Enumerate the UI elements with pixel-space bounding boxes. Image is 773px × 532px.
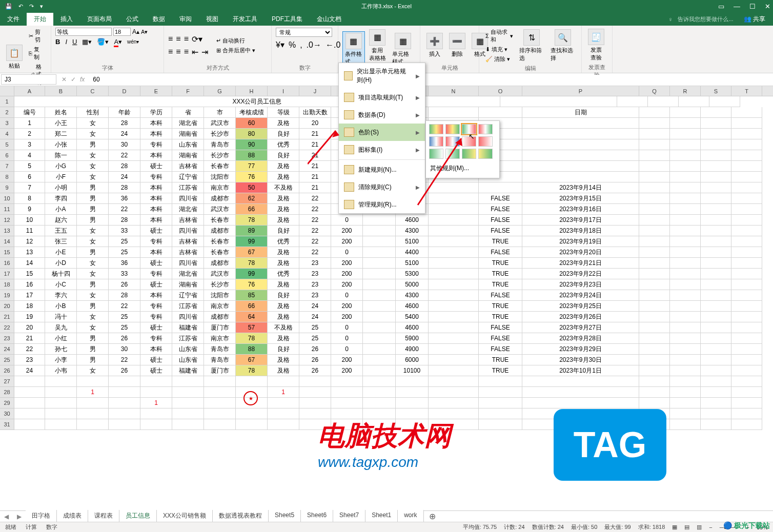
cell[interactable]: 男 bbox=[77, 344, 109, 355]
cell[interactable] bbox=[701, 118, 731, 129]
cell[interactable] bbox=[639, 172, 670, 182]
cell[interactable] bbox=[701, 387, 731, 398]
cell[interactable] bbox=[429, 204, 479, 215]
cell[interactable]: 21 bbox=[299, 161, 331, 172]
font-color-button[interactable]: A▾ bbox=[114, 38, 122, 46]
cell[interactable]: 4600 bbox=[396, 215, 429, 226]
cell[interactable] bbox=[701, 258, 731, 269]
cell[interactable]: 30 bbox=[109, 344, 140, 355]
cell[interactable]: 23 bbox=[299, 279, 331, 290]
cell[interactable]: FALSE bbox=[479, 193, 522, 204]
font-size-combo[interactable] bbox=[113, 28, 131, 36]
cell[interactable]: 本科 bbox=[140, 290, 172, 301]
cell[interactable]: 四川省 bbox=[172, 226, 204, 236]
cf-top-rules[interactable]: 项目选取规则(T)▶ bbox=[339, 89, 425, 106]
cell[interactable]: 及格 bbox=[268, 301, 299, 312]
cell[interactable]: 25 bbox=[109, 312, 140, 322]
sort-filter-button[interactable]: ⇅排序和筛选 bbox=[517, 28, 546, 63]
cell[interactable]: 日期 bbox=[522, 107, 639, 118]
minimize-icon[interactable]: — bbox=[734, 3, 740, 10]
cell[interactable]: 80 bbox=[236, 129, 268, 139]
cell[interactable]: 专科 bbox=[140, 236, 172, 247]
row-header[interactable]: 4 bbox=[0, 129, 14, 139]
cell[interactable]: 女 bbox=[77, 236, 109, 247]
cell[interactable] bbox=[479, 376, 522, 387]
cell[interactable] bbox=[670, 161, 701, 172]
cell[interactable]: 2023年9月19日 bbox=[522, 236, 639, 247]
cell[interactable] bbox=[363, 215, 396, 226]
cell[interactable] bbox=[731, 269, 762, 279]
row-header[interactable]: 14 bbox=[0, 236, 14, 247]
cell[interactable] bbox=[731, 376, 762, 387]
cell[interactable]: 78 bbox=[236, 258, 268, 269]
cell[interactable] bbox=[731, 365, 762, 376]
cell[interactable]: 青岛市 bbox=[204, 139, 236, 150]
cell[interactable]: 2023年10月1日 bbox=[522, 365, 639, 376]
cell[interactable] bbox=[429, 279, 479, 290]
cell[interactable]: 男 bbox=[77, 139, 109, 150]
cell[interactable]: 26 bbox=[109, 365, 140, 376]
cell[interactable]: 30 bbox=[109, 139, 140, 150]
cell[interactable] bbox=[479, 419, 522, 430]
cell[interactable]: 22 bbox=[299, 236, 331, 247]
column-header[interactable]: G bbox=[204, 86, 236, 96]
cut-button[interactable]: ✂ 剪切 bbox=[27, 28, 47, 44]
row-header[interactable]: 8 bbox=[0, 172, 14, 182]
cell[interactable]: 小E bbox=[45, 247, 77, 258]
cell[interactable]: 男 bbox=[77, 247, 109, 258]
cell[interactable]: 5000 bbox=[396, 279, 429, 290]
cell[interactable] bbox=[140, 419, 172, 430]
cell[interactable] bbox=[639, 236, 670, 247]
ribbon-tab-PDF工具集[interactable]: PDF工具集 bbox=[265, 13, 310, 26]
cell[interactable]: 2023年9月27日 bbox=[522, 322, 639, 333]
cell[interactable] bbox=[268, 376, 299, 387]
cell[interactable]: 15 bbox=[14, 269, 45, 279]
cell[interactable]: 小A bbox=[45, 204, 77, 215]
cell[interactable]: 14 bbox=[14, 258, 45, 269]
cell[interactable] bbox=[670, 301, 701, 312]
cell[interactable]: 男 bbox=[77, 355, 109, 365]
cell[interactable]: 28 bbox=[109, 182, 140, 193]
qat-more-icon[interactable]: ▾ bbox=[40, 3, 43, 10]
ribbon-tab-文件[interactable]: 文件 bbox=[0, 13, 27, 26]
cell[interactable]: 本科 bbox=[140, 118, 172, 129]
sheet-tab[interactable]: work bbox=[398, 510, 423, 523]
cell[interactable]: 5300 bbox=[396, 269, 429, 279]
row-header[interactable]: 29 bbox=[0, 398, 14, 408]
row-header[interactable]: 18 bbox=[0, 279, 14, 290]
cell[interactable]: 及格 bbox=[268, 204, 299, 215]
cell[interactable]: 长春市 bbox=[204, 161, 236, 172]
cell[interactable] bbox=[429, 301, 479, 312]
cell[interactable]: 76 bbox=[236, 172, 268, 182]
cell[interactable]: 硕士 bbox=[140, 322, 172, 333]
cell[interactable] bbox=[670, 312, 701, 322]
decrease-font-icon[interactable]: A▾ bbox=[141, 29, 148, 35]
cell[interactable]: FALSE bbox=[479, 226, 522, 236]
cell[interactable]: 女 bbox=[77, 150, 109, 161]
cell[interactable]: 26 bbox=[299, 365, 331, 376]
cell[interactable]: TRUE bbox=[479, 312, 522, 322]
cell[interactable]: 2023年9月20日 bbox=[522, 247, 639, 258]
column-header[interactable]: B bbox=[45, 86, 77, 96]
cell[interactable] bbox=[670, 204, 701, 215]
cell[interactable] bbox=[670, 258, 701, 269]
cell[interactable]: 2023年9月28日 bbox=[522, 333, 639, 344]
cell[interactable] bbox=[639, 182, 670, 193]
cell[interactable] bbox=[429, 236, 479, 247]
row-header[interactable]: 22 bbox=[0, 322, 14, 333]
cell[interactable]: 60 bbox=[236, 118, 268, 129]
copy-button[interactable]: ⎘ 复制 bbox=[27, 45, 47, 62]
cell[interactable]: 22 bbox=[299, 247, 331, 258]
row-header[interactable]: 5 bbox=[0, 139, 14, 150]
cell[interactable]: 4900 bbox=[396, 344, 429, 355]
cell[interactable] bbox=[701, 172, 731, 182]
cell[interactable] bbox=[363, 333, 396, 344]
cell[interactable]: 4400 bbox=[396, 247, 429, 258]
cell[interactable]: 23 bbox=[299, 258, 331, 269]
cell[interactable] bbox=[639, 269, 670, 279]
cell[interactable] bbox=[429, 226, 479, 236]
row-header[interactable]: 25 bbox=[0, 355, 14, 365]
cell[interactable]: 陈一 bbox=[45, 150, 77, 161]
cell[interactable]: 20 bbox=[299, 118, 331, 129]
cell[interactable]: FALSE bbox=[479, 322, 522, 333]
